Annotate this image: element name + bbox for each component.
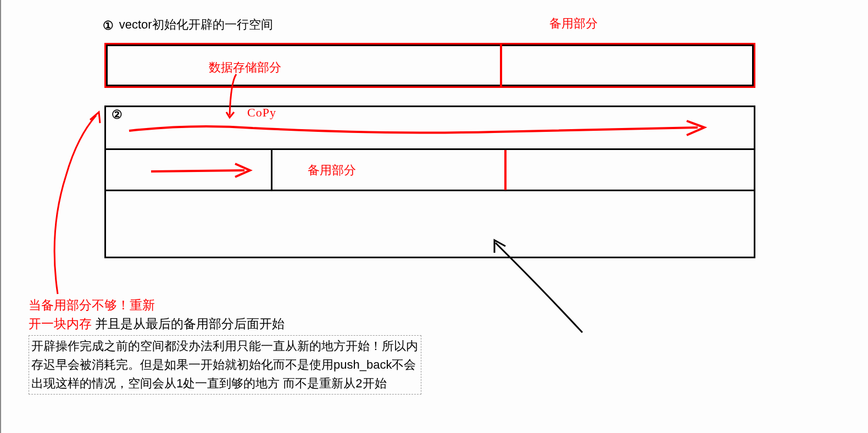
bottom-red-annotation: 当备用部分不够！重新 开一块内存 并且是从最后的备用部分后面开始	[29, 296, 285, 333]
reserve-label-top: 备用部分	[549, 15, 598, 32]
bottom-explanation-text: 开辟操作完成之前的空间都没办法利用只能一直从新的地方开始！所以内存迟早会被消耗完…	[29, 335, 421, 395]
memory-row-2c	[104, 191, 755, 258]
copy-annotation: CoPy	[247, 106, 276, 120]
memory-row-1-innerbox	[106, 45, 754, 86]
arrow-reallocate-up	[54, 112, 100, 294]
data-store-label: 数据存储部分	[209, 59, 281, 76]
diagram-title: vector初始化开辟的一行空间	[99, 16, 273, 33]
memory-row-2b	[104, 148, 755, 191]
memory-row-2b-divider-red	[504, 150, 507, 190]
memory-row-1-divider	[500, 44, 502, 87]
memory-row-2b-divider-black	[271, 150, 272, 190]
canvas-left-edge	[0, 0, 1, 433]
memory-row-2a	[104, 106, 755, 148]
reserve-label-middle: 备用部分	[308, 162, 356, 179]
